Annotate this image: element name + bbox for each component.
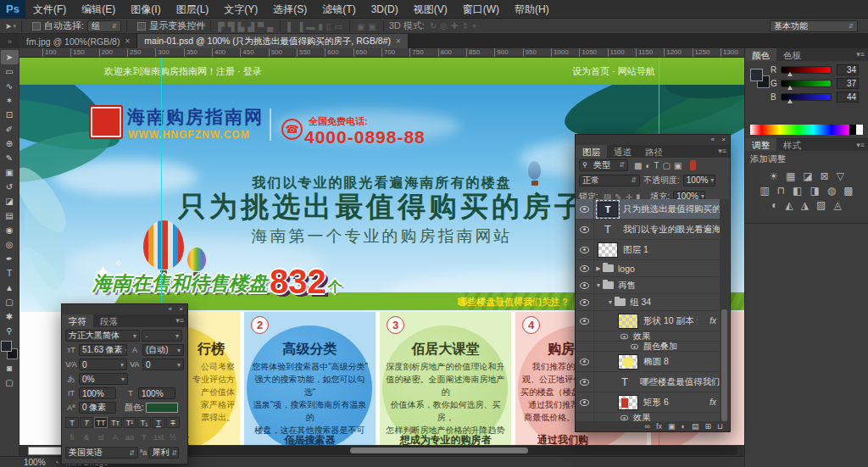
discretionary-ligatures-button[interactable]: st [94, 431, 108, 442]
effect-label[interactable]: 颜色叠加 [643, 341, 677, 353]
filter-adjustment-layers-icon[interactable]: ◐ [645, 161, 650, 170]
eraser-tool[interactable]: ◪ [1, 194, 19, 208]
layer-group-row[interactable]: ▶ logo [576, 260, 720, 277]
new-adjustment-layer-icon[interactable]: ◐ [681, 422, 685, 431]
layer-name[interactable]: 形状 10 副本 素材CNN s… [643, 315, 698, 327]
close-tab-icon[interactable]: × [125, 36, 130, 46]
shape-layer-thumbnail[interactable] [618, 314, 638, 329]
color-spectrum-ramp[interactable] [750, 125, 863, 135]
layer-effect-row[interactable]: 效果 [576, 413, 720, 421]
fractions-button[interactable]: ½ [166, 431, 180, 442]
blue-slider[interactable] [781, 93, 832, 101]
faux-italic-button[interactable]: T [80, 417, 93, 428]
pixel-layer-thumbnail[interactable] [598, 242, 618, 258]
clone-stamp-tool[interactable]: ▣ [1, 165, 19, 180]
antialias-dropdown[interactable]: 犀利⇵ [148, 447, 179, 459]
align-right-icon[interactable]: ▙ [238, 22, 245, 31]
workspace-switcher[interactable]: 基本功能⇵ [770, 20, 858, 32]
new-layer-icon[interactable]: ⊞ [704, 422, 711, 431]
delete-layer-icon[interactable]: ⊔ [717, 422, 723, 431]
layer-visibility-toggle[interactable] [576, 311, 594, 331]
blue-value[interactable]: 44 [837, 92, 859, 103]
distribute-center-icon[interactable]: ▯ [326, 22, 331, 31]
language-dropdown[interactable]: 美国英语⇵ [65, 447, 138, 459]
ligatures-button[interactable]: fi [65, 431, 79, 442]
group-expanded-arrow-icon[interactable]: ▼ [606, 299, 615, 305]
panel-menu-icon[interactable]: ▾≡ [856, 50, 865, 58]
3d-rotate-icon[interactable]: ↻ [430, 21, 437, 31]
layer-effect-row[interactable]: 颜色叠加 [576, 342, 720, 352]
3d-scale-icon[interactable]: ⌖ [472, 21, 477, 31]
distribute-left-icon[interactable]: ▮ [318, 22, 323, 31]
auto-select-dropdown[interactable]: 组⇵ [87, 20, 121, 32]
color-lookup-icon[interactable]: ▩ [843, 185, 853, 197]
layer-row[interactable]: T 我们以专业的眼光看遍海南所有… [576, 220, 720, 240]
layer-filter-toggle[interactable] [690, 160, 696, 170]
black-white-icon[interactable]: ◧ [793, 185, 802, 197]
all-caps-button[interactable]: TT [94, 417, 108, 428]
tab-paths[interactable]: 路径 [638, 145, 670, 158]
font-style-dropdown[interactable]: -▾ [142, 330, 182, 342]
layer-visibility-toggle[interactable] [576, 352, 594, 371]
layer-row[interactable]: 图层 1 [576, 240, 720, 260]
ordinals-button[interactable]: 1st [152, 431, 165, 442]
layer-name[interactable]: logo [618, 264, 635, 274]
menu-window[interactable]: 窗口(W) [455, 0, 507, 19]
horizontal-scrollbar[interactable] [95, 446, 737, 455]
align-left-icon[interactable]: ▛ [218, 22, 225, 31]
status-clock-icon[interactable]: ◔ [54, 458, 59, 467]
baseline-shift-field[interactable]: 0 像素 [79, 402, 116, 414]
layer-style-icon[interactable]: fx [656, 422, 662, 431]
close-panel-icon[interactable]: × [179, 305, 183, 313]
layer-visibility-toggle[interactable] [576, 240, 594, 259]
layer-filter-dropdown[interactable]: ⚲ 类型⇵ [579, 159, 628, 171]
auto-align-icon[interactable]: ▣ [357, 22, 364, 31]
zoom-tool[interactable]: ⚲ [1, 324, 19, 338]
menu-3d[interactable]: 3D(D) [364, 0, 406, 19]
threshold-icon[interactable]: ◮ [801, 199, 809, 211]
font-family-dropdown[interactable]: 方正大黑简体▾ [65, 330, 140, 342]
distribute-middle-icon[interactable]: ▐ [297, 22, 303, 31]
blend-mode-dropdown[interactable]: 正常⇵ [579, 175, 640, 186]
filter-smart-objects-icon[interactable]: ▣ [674, 161, 682, 170]
layers-panel-titlebar[interactable]: « × [576, 135, 730, 145]
panel-expand-icon[interactable]: » [0, 34, 19, 48]
leading-field[interactable]: (自动)▾ [142, 344, 184, 356]
kerning-field[interactable]: 0▾ [79, 359, 127, 370]
font-size-field[interactable]: 51.63 像素▾ [79, 344, 127, 356]
layer-visibility-toggle[interactable] [576, 294, 594, 310]
layer-name[interactable]: 只为挑选出最值得购买的房子 [623, 203, 720, 215]
horizontal-scale-field[interactable]: 100% [138, 387, 175, 399]
magic-wand-tool[interactable]: ✶ [1, 93, 19, 108]
move-tool[interactable]: ➤ [1, 50, 19, 64]
collapse-panel-icon[interactable]: « [711, 136, 715, 143]
quick-mask-button[interactable]: ◙ [1, 361, 19, 375]
auto-select-checkbox[interactable] [32, 22, 41, 31]
effect-label[interactable]: 效果 [633, 412, 650, 422]
green-slider[interactable] [781, 80, 832, 87]
filter-shape-layers-icon[interactable]: ▢ [663, 161, 670, 170]
link-layers-icon[interactable]: ∞ [645, 422, 650, 431]
lasso-tool[interactable]: ∿ [1, 79, 19, 93]
faux-bold-button[interactable]: T [65, 417, 79, 428]
titling-alternates-button[interactable]: T [137, 431, 151, 442]
distribute-right-icon[interactable]: ▭ [334, 22, 342, 31]
close-panel-icon[interactable]: × [721, 136, 726, 143]
3d-slide-icon[interactable]: ⇕ [461, 21, 468, 31]
underline-button[interactable]: T [152, 417, 165, 428]
tool-preset-arrow-icon[interactable]: ▾ [14, 23, 17, 30]
effect-visibility-icon[interactable] [620, 333, 628, 338]
tab-color[interactable]: 颜色 [745, 48, 776, 61]
effect-visibility-icon[interactable] [631, 343, 638, 348]
menu-help[interactable]: 帮助(H) [507, 0, 557, 19]
group-collapsed-arrow-icon[interactable]: ▶ [594, 265, 603, 272]
opacity-field[interactable]: 100%▾ [683, 175, 715, 186]
contextual-alternates-button[interactable]: & [80, 431, 93, 442]
path-selection-tool[interactable]: ▲ [1, 281, 19, 295]
levels-icon[interactable]: ▦ [786, 170, 795, 182]
layer-group-row[interactable]: ▼ 再售 [576, 277, 720, 294]
stylistic-alternates-button[interactable]: aa [123, 431, 136, 442]
tsume-field[interactable]: 0%▾ [79, 373, 128, 385]
hand-tool[interactable]: ✱ [1, 309, 19, 324]
history-brush-tool[interactable]: ↺ [1, 180, 19, 194]
